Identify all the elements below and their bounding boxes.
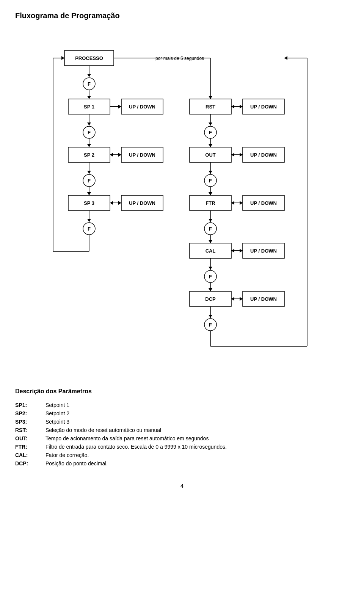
svg-marker-55 — [110, 201, 113, 205]
page-number: 4 — [15, 483, 349, 489]
svg-marker-84 — [209, 267, 212, 270]
param-key-cal: CAL: — [15, 451, 46, 459]
svg-marker-95 — [209, 315, 212, 318]
svg-marker-19 — [209, 96, 212, 99]
diagram-area: PROCESSO por mais de 5 segundos F SP 1 U… — [19, 31, 345, 373]
svg-text:SP 1: SP 1 — [84, 104, 94, 110]
svg-marker-63 — [231, 201, 234, 205]
svg-marker-24 — [209, 123, 212, 126]
param-val-sp3: Setpoint 3 — [46, 418, 227, 426]
param-row-dcp: DCP: Posição do ponto decimal. — [15, 459, 227, 468]
param-val-dcp: Posição do ponto decimal. — [46, 459, 227, 468]
param-val-rst: Seleção do modo de reset automático ou m… — [46, 426, 227, 434]
svg-marker-65 — [87, 219, 91, 222]
svg-text:UP / DOWN: UP / DOWN — [250, 248, 277, 254]
svg-text:CAL: CAL — [206, 248, 216, 254]
flowchart-svg: PROCESSO por mais de 5 segundos F SP 1 U… — [19, 31, 345, 373]
description-section: Descrição dos Parâmetros SP1: Setpoint 1… — [15, 388, 349, 468]
svg-marker-1 — [87, 74, 91, 77]
svg-marker-49 — [87, 192, 91, 195]
svg-text:F: F — [209, 178, 212, 184]
svg-text:SP 2: SP 2 — [84, 152, 94, 158]
param-table: SP1: Setpoint 1 SP2: Setpoint 2 SP3: Set… — [15, 401, 227, 468]
svg-marker-35 — [209, 144, 212, 147]
param-val-sp1: Setpoint 1 — [46, 401, 227, 409]
param-key-sp2: SP2: — [15, 409, 46, 418]
svg-text:F: F — [88, 81, 91, 87]
svg-marker-15 — [231, 105, 234, 108]
svg-text:SP 3: SP 3 — [84, 200, 94, 206]
svg-marker-93 — [231, 297, 234, 301]
param-key-sp1: SP1: — [15, 401, 46, 409]
svg-marker-82 — [231, 249, 234, 253]
svg-text:OUT: OUT — [205, 152, 216, 158]
svg-text:FTR: FTR — [206, 200, 215, 206]
param-key-out: OUT: — [15, 434, 46, 443]
param-row-out: OUT: Tempo de acionamento da saída para … — [15, 434, 227, 443]
svg-text:F: F — [88, 130, 91, 135]
svg-marker-27 — [87, 144, 91, 147]
param-key-rst: RST: — [15, 426, 46, 434]
svg-text:UP / DOWN: UP / DOWN — [250, 152, 277, 158]
param-row-rst: RST: Seleção do modo de reset automático… — [15, 426, 227, 434]
svg-marker-68 — [209, 219, 212, 222]
param-row-ftr: FTR: Filtro de entrada para contato seco… — [15, 443, 227, 451]
svg-marker-21 — [87, 123, 91, 126]
param-val-sp2: Setpoint 2 — [46, 409, 227, 418]
svg-text:F: F — [209, 130, 212, 135]
svg-text:UP / DOWN: UP / DOWN — [129, 200, 155, 206]
svg-marker-4 — [87, 96, 91, 99]
svg-text:UP / DOWN: UP / DOWN — [129, 104, 155, 110]
svg-marker-57 — [209, 192, 212, 195]
svg-text:F: F — [209, 274, 212, 280]
svg-text:DCP: DCP — [205, 296, 216, 302]
svg-marker-74 — [61, 56, 64, 60]
param-row-sp2: SP2: Setpoint 2 — [15, 409, 227, 418]
svg-marker-87 — [209, 288, 212, 291]
processo-label: PROCESSO — [75, 55, 103, 61]
svg-text:UP / DOWN: UP / DOWN — [129, 152, 155, 158]
param-key-sp3: SP3: — [15, 418, 46, 426]
svg-text:F: F — [88, 226, 91, 232]
param-row-cal: CAL: Fator de correção. — [15, 451, 227, 459]
param-key-dcp: DCP: — [15, 459, 46, 468]
param-val-ftr: Filtro de entrada para contato seco. Esc… — [46, 443, 227, 451]
description-title: Descrição dos Parâmetros — [15, 388, 349, 395]
param-key-ftr: FTR: — [15, 443, 46, 451]
svg-text:UP / DOWN: UP / DOWN — [250, 296, 277, 302]
param-val-out: Tempo de acionamento da saída para reset… — [46, 434, 227, 443]
svg-marker-41 — [231, 153, 234, 157]
svg-marker-76 — [209, 240, 212, 243]
svg-text:F: F — [209, 226, 212, 232]
svg-marker-33 — [110, 153, 113, 157]
svg-text:UP / DOWN: UP / DOWN — [250, 200, 277, 206]
svg-text:F: F — [209, 322, 212, 328]
svg-marker-43 — [87, 171, 91, 174]
svg-marker-46 — [209, 171, 212, 174]
svg-text:UP / DOWN: UP / DOWN — [250, 104, 277, 110]
param-val-cal: Fator de correção. — [46, 451, 227, 459]
param-row-sp1: SP1: Setpoint 1 — [15, 401, 227, 409]
svg-text:RST: RST — [206, 104, 215, 110]
page-title: Fluxograma de Programação — [15, 11, 349, 20]
svg-marker-101 — [284, 56, 287, 60]
svg-text:F: F — [88, 178, 91, 184]
por-mais-label: por mais de 5 segundos — [155, 56, 204, 61]
param-row-sp3: SP3: Setpoint 3 — [15, 418, 227, 426]
